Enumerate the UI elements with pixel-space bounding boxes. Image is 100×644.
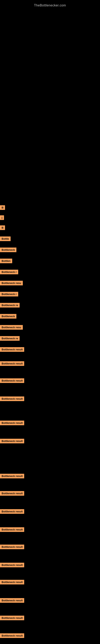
bottleneck-result-label: Bottleneck r — [0, 270, 18, 274]
bottleneck-result-label: Bottleneck result — [0, 563, 24, 567]
bottleneck-result-label: Bottleneck result — [0, 347, 24, 352]
bottleneck-result-label: Bottleneck result — [0, 439, 24, 443]
bottleneck-result-label: Bottleneck result — [0, 361, 24, 366]
bottleneck-result-label: Bottleneck result — [0, 509, 24, 514]
bottleneck-result-label: Bottlen — [0, 258, 12, 263]
bottleneck-result-label: Bottleneck result — [0, 580, 24, 584]
bottleneck-result-label: | — [0, 215, 4, 220]
site-title: TheBottlenecker.com — [0, 2, 100, 7]
bottleneck-result-label: B — [0, 226, 5, 230]
bottleneck-result-label: B — [0, 205, 5, 210]
bottleneck-result-label: Bottleneck result — [0, 396, 24, 401]
bottleneck-result-label: Bottleneck result — [0, 491, 24, 496]
bottleneck-result-label: Bottleneck — [0, 248, 16, 252]
bottleneck-result-label: Bottleneck — [0, 314, 16, 318]
bottleneck-result-label: Bottleneck result — [0, 474, 24, 478]
bottleneck-result-label: Bottleneck result — [0, 527, 24, 532]
bottleneck-result-label: Bottleneck re — [0, 303, 20, 308]
bottleneck-result-label: Bottleneck result — [0, 378, 24, 383]
bottleneck-result-label: Bottleneck result — [0, 616, 24, 620]
bottleneck-result-label: Bottleneck result — [0, 633, 24, 638]
bottleneck-result-label: Bottleneck re — [0, 336, 20, 341]
chart-area: TheBottlenecker.com B|BBottleBottleneckB… — [0, 0, 100, 644]
bottleneck-result-label: Bottleneck result — [0, 598, 24, 603]
bottleneck-result-label: Bottleneck result — [0, 420, 24, 425]
bottleneck-result-label: Bottleneck result — [0, 544, 24, 549]
bottleneck-result-label: Bottleneck resu — [0, 325, 23, 330]
bottleneck-result-label: Bottleneck r — [0, 292, 18, 296]
bottleneck-result-label: Bottleneck resu — [0, 281, 23, 285]
bottleneck-result-label: Bottle — [0, 236, 11, 241]
